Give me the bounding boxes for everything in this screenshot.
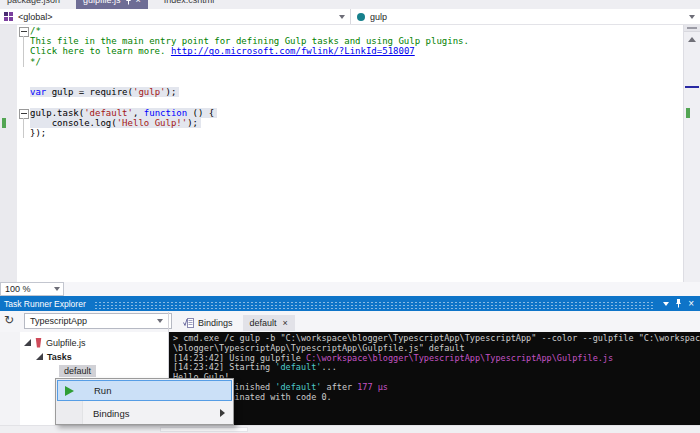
code-line[interactable]: This file in the main entry point for de… — [17, 36, 684, 46]
code-text: gulp.task('default', function () { — [30, 108, 217, 118]
project-dropdown[interactable]: TypescriptApp — [24, 313, 172, 329]
code-link[interactable]: http://go.microsoft.com/fwlink/?LinkId=5… — [171, 46, 415, 56]
tree-item-default[interactable]: default — [0, 364, 168, 377]
menu-item-run[interactable]: Run — [57, 380, 232, 401]
console-text: ... — [321, 362, 336, 372]
code-line[interactable]: /* — [17, 26, 684, 36]
tree-item-gulpfile-js[interactable]: Gulpfile.js — [0, 336, 168, 349]
menu-item-bindings[interactable]: Bindings — [56, 402, 233, 424]
task-runner-explorer-panel: Task Runner Explorer × ↻ TypescriptApp B… — [0, 296, 700, 433]
menu-item-label: Run — [94, 385, 111, 396]
code-token: ); — [165, 87, 176, 97]
code-line[interactable]: Click here to learn more. http://go.micr… — [17, 46, 684, 56]
code-token: , — [133, 108, 144, 118]
expander-icon[interactable] — [36, 353, 43, 360]
code-line[interactable] — [17, 67, 684, 77]
code-token: function — [144, 108, 187, 118]
document-tab-Index-cshtml[interactable]: Index.cshtml — [157, 0, 222, 9]
document-tab-bar: package.jsongulpfile.js×Index.cshtml — [0, 0, 700, 9]
tab-label: Index.cshtml — [164, 0, 215, 5]
chevron-down-icon[interactable] — [157, 319, 163, 323]
tre-toolbar: ↻ TypescriptApp Bindingsdefault× — [0, 311, 700, 332]
tree-label: Gulpfile.js — [46, 338, 86, 348]
pin-icon[interactable] — [125, 0, 132, 5]
code-token: gulp.task( — [30, 108, 84, 118]
console-text: after — [321, 382, 357, 392]
code-token: 'gulp' — [133, 87, 166, 97]
run-play-icon — [65, 386, 74, 396]
task-tree-panel[interactable]: Gulpfile.jsTasksdefault RunBindings — [0, 332, 168, 426]
tab-label: package.json — [7, 0, 60, 5]
change-tracking-bar — [2, 118, 6, 128]
close-icon[interactable]: × — [283, 318, 288, 328]
menu-item-label: Bindings — [93, 408, 129, 419]
tree-item-tasks[interactable]: Tasks — [0, 350, 168, 363]
console-text: 'default' — [275, 382, 321, 392]
code-token: 'default' — [84, 108, 133, 118]
code-text: */ — [30, 57, 41, 67]
close-icon[interactable]: × — [688, 299, 694, 309]
tree-label: default — [59, 365, 96, 377]
code-text: Click here to learn more. http://go.micr… — [30, 46, 415, 56]
fold-margin — [17, 87, 30, 97]
code-token: console.log( — [30, 118, 117, 128]
code-text: /* — [30, 26, 41, 36]
chevron-down-icon[interactable] — [339, 15, 345, 19]
console-text: \blogger\TypescriptApp\TypescriptApp\Gul… — [173, 343, 465, 353]
chevron-down-icon[interactable] — [54, 287, 60, 291]
editor-vertical-scrollbar[interactable] — [683, 25, 700, 282]
project-dropdown-value: TypescriptApp — [30, 316, 87, 326]
code-editor[interactable]: /*This file in the main entry point for … — [0, 25, 684, 282]
code-token: This file in the main entry point for de… — [30, 36, 469, 46]
member-dropdown[interactable]: gulp — [351, 9, 700, 24]
submenu-arrow-icon — [220, 409, 225, 417]
editor-navigation-bar: <global> gulp — [0, 9, 700, 25]
tre-tab-bindings[interactable]: Bindings — [176, 315, 240, 331]
editor-gutter — [0, 25, 17, 282]
document-tab-package-json[interactable]: package.json — [0, 0, 67, 9]
close-icon[interactable]: × — [136, 0, 141, 5]
expander-icon[interactable] — [24, 339, 31, 346]
tool-window-titlebar[interactable]: Task Runner Explorer × — [0, 296, 700, 311]
code-line[interactable]: */ — [17, 57, 684, 67]
zoom-level-dropdown[interactable]: 100 % — [0, 282, 64, 296]
tab-label: Bindings — [198, 318, 233, 328]
code-token: }); — [30, 128, 46, 138]
code-line[interactable] — [17, 97, 684, 107]
scope-dropdown[interactable]: <global> — [0, 9, 351, 24]
fold-guide-line — [23, 46, 24, 56]
fold-margin — [17, 26, 30, 36]
code-token: ); — [187, 118, 198, 128]
code-token: /* — [30, 26, 41, 36]
chevron-down-icon[interactable] — [689, 15, 695, 19]
console-text: [14:23:42] Using gulpfile — [173, 353, 306, 363]
code-line[interactable]: }); — [17, 128, 684, 138]
tre-tab-default[interactable]: default× — [243, 315, 295, 331]
console-text: 'default' — [275, 362, 321, 372]
scrollbar-thumb[interactable] — [160, 427, 248, 432]
code-line[interactable]: console.log('Hello Gulp!'); — [17, 118, 684, 128]
code-token: var — [30, 87, 46, 97]
pin-icon[interactable] — [675, 299, 682, 308]
tre-tab-strip: Bindingsdefault× — [176, 313, 295, 332]
zoom-level-value: 100 % — [5, 284, 31, 294]
splitter-handle[interactable] — [684, 25, 700, 32]
code-token: gulp = require( — [46, 87, 133, 97]
bindings-icon — [183, 318, 194, 328]
code-token: Click here to learn more. — [30, 46, 171, 56]
fold-guide-line — [23, 118, 24, 128]
code-line[interactable] — [17, 77, 684, 87]
fold-margin — [17, 57, 30, 67]
scroll-up-icon[interactable] — [688, 37, 696, 42]
document-tab-gulpfile-js[interactable]: gulpfile.js× — [76, 0, 148, 9]
code-line[interactable]: var gulp = require('gulp'); — [17, 87, 684, 97]
code-text: This file in the main entry point for de… — [30, 36, 469, 46]
window-position-icon[interactable] — [663, 302, 669, 306]
code-line[interactable]: gulp.task('default', function () { — [17, 108, 684, 118]
code-area[interactable]: /*This file in the main entry point for … — [17, 26, 684, 138]
refresh-icon[interactable]: ↻ — [4, 313, 14, 327]
fold-margin — [17, 97, 30, 107]
horizontal-scrollbar[interactable] — [0, 425, 700, 433]
console-output[interactable]: > cmd.exe /c gulp -b "C:\workspace\blogg… — [169, 332, 700, 426]
fold-margin — [17, 108, 30, 118]
